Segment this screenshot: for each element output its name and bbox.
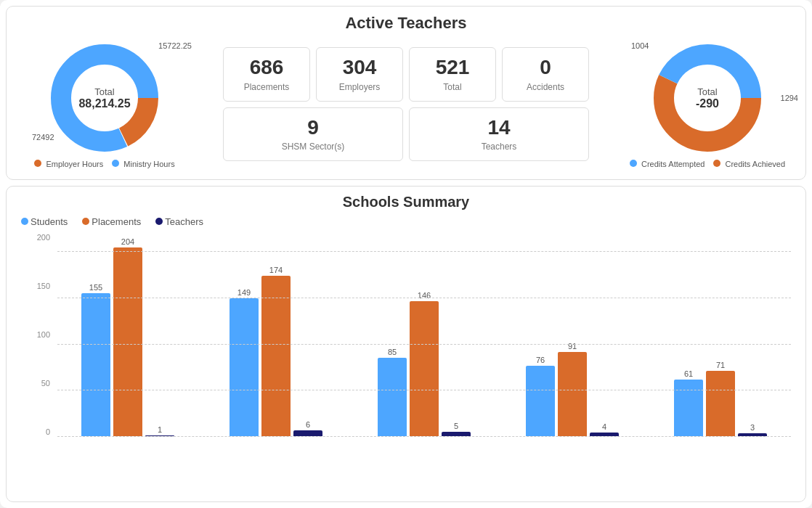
right-donut-container: 1004 1294 Total -290 Credits Attempted C… bbox=[624, 40, 791, 168]
stat-card: 14 Teachers bbox=[409, 107, 589, 162]
y-axis-label: 50 bbox=[41, 379, 50, 388]
stat-label: Teachers bbox=[415, 142, 582, 152]
top-content: 15722.25 72492 Total 88,214.25 Employer … bbox=[21, 40, 791, 168]
credits-attempted-legend: Credits Attempted bbox=[630, 160, 705, 168]
grid-lines bbox=[57, 233, 791, 436]
ministry-hours-dot bbox=[112, 160, 119, 167]
stat-value: 14 bbox=[415, 117, 582, 139]
stat-label: Accidents bbox=[508, 82, 582, 92]
chart-area: 200150100500 155204114917468514657691461… bbox=[21, 233, 791, 465]
left-donut-outer2: 72492 bbox=[32, 133, 54, 142]
legend-item: Placements bbox=[82, 216, 141, 227]
schools-summary-section: Schools Summary StudentsPlacementsTeache… bbox=[6, 186, 806, 502]
y-axis: 200150100500 bbox=[21, 233, 54, 436]
legend-item: Students bbox=[21, 216, 68, 227]
stat-value: 0 bbox=[508, 57, 582, 79]
left-donut-legend: Employer Hours Ministry Hours bbox=[34, 160, 174, 168]
stat-label: SHSM Sector(s) bbox=[230, 142, 397, 152]
ministry-hours-label: Ministry Hours bbox=[123, 160, 174, 168]
right-donut-center: Total -290 bbox=[696, 86, 719, 110]
employer-hours-dot bbox=[34, 160, 41, 167]
left-donut-center: Total 88,214.25 bbox=[78, 86, 130, 110]
legend-dot bbox=[82, 218, 89, 225]
grid-line bbox=[57, 298, 791, 298]
left-donut-container: 15722.25 72492 Total 88,214.25 Employer … bbox=[21, 40, 188, 168]
y-axis-label: 200 bbox=[37, 233, 50, 242]
stat-value: 521 bbox=[415, 57, 490, 79]
credits-attempted-dot bbox=[630, 160, 637, 167]
right-donut-outer2: 1294 bbox=[781, 94, 798, 102]
stat-card: 686 Placements bbox=[223, 47, 310, 102]
legend-dot bbox=[155, 218, 163, 225]
ministry-hours-legend: Ministry Hours bbox=[112, 160, 174, 168]
stat-label: Total bbox=[415, 82, 490, 92]
stat-value: 9 bbox=[230, 117, 397, 139]
employer-hours-label: Employer Hours bbox=[46, 160, 103, 168]
credits-achieved-dot bbox=[713, 160, 720, 167]
stat-card: 304 Employers bbox=[316, 47, 403, 102]
stat-value: 304 bbox=[322, 57, 397, 79]
legend-item: Teachers bbox=[155, 216, 203, 227]
left-donut-outer1: 15722.25 bbox=[158, 41, 192, 50]
grid-line bbox=[57, 436, 791, 437]
stat-label: Placements bbox=[230, 82, 304, 92]
stat-label: Employers bbox=[322, 82, 397, 92]
y-axis-label: 150 bbox=[37, 282, 50, 290]
credits-achieved-legend: Credits Achieved bbox=[713, 160, 785, 168]
right-donut-value: -290 bbox=[696, 97, 719, 110]
left-donut-value: 88,214.25 bbox=[78, 97, 130, 110]
main-container: Active Teachers 15722.25 72492 Total 88,… bbox=[0, 0, 812, 508]
y-axis-label: 100 bbox=[37, 330, 50, 339]
right-donut-legend: Credits Attempted Credits Achieved bbox=[630, 160, 785, 168]
right-donut-label: Total bbox=[696, 86, 719, 97]
stats-grid: 686 Placements 304 Employers 521 Total 0… bbox=[223, 47, 589, 162]
right-donut-wrapper: 1004 1294 Total -290 bbox=[642, 40, 773, 156]
left-donut-wrapper: 15722.25 72492 Total 88,214.25 bbox=[39, 40, 170, 156]
grid-line bbox=[57, 390, 791, 390]
schools-summary-title: Schools Summary bbox=[21, 194, 791, 210]
left-donut-label: Total bbox=[78, 86, 130, 97]
grid-line bbox=[57, 251, 791, 252]
grid-line bbox=[57, 344, 791, 345]
employer-hours-legend: Employer Hours bbox=[34, 160, 103, 168]
bar-chart: 200150100500 155204114917468514657691461… bbox=[21, 233, 791, 436]
stat-card: 9 SHSM Sector(s) bbox=[223, 107, 403, 162]
credits-attempted-label: Credits Attempted bbox=[641, 160, 705, 168]
y-axis-label: 0 bbox=[46, 427, 50, 436]
stat-card: 521 Total bbox=[409, 47, 496, 102]
right-donut-outer1: 1004 bbox=[631, 41, 649, 50]
stat-value: 686 bbox=[230, 57, 304, 79]
legend-dot bbox=[21, 218, 28, 225]
active-teachers-section: Active Teachers 15722.25 72492 Total 88,… bbox=[6, 6, 806, 180]
credits-achieved-label: Credits Achieved bbox=[726, 160, 786, 168]
active-teachers-title: Active Teachers bbox=[21, 14, 791, 33]
stat-card: 0 Accidents bbox=[502, 47, 589, 102]
chart-legend: StudentsPlacementsTeachers bbox=[21, 216, 791, 227]
